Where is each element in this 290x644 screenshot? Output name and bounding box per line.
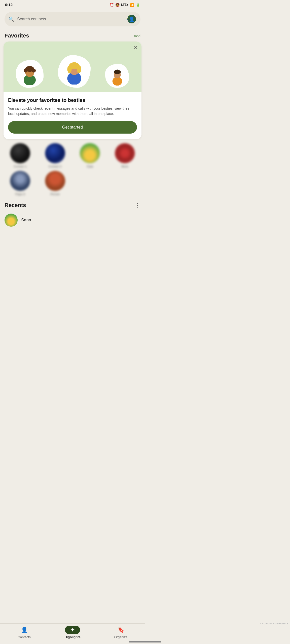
- contact-item-6[interactable]: Person: [39, 171, 72, 196]
- recents-header: Recents ⋮: [0, 198, 145, 211]
- avatar-icon: 👤: [129, 16, 134, 22]
- contact-avatar-6: [45, 171, 65, 191]
- mute-icon: 🔕: [115, 3, 120, 7]
- contact-name-1: Contact 1: [14, 165, 27, 168]
- search-placeholder: Search contacts: [17, 17, 124, 21]
- avatar-blob-3: [105, 64, 129, 88]
- lte-label: LTE+: [121, 3, 128, 7]
- svg-point-14: [115, 69, 120, 73]
- status-bar: 6:12 ⏰ 🔕 LTE+ 📶 🔋: [0, 0, 145, 9]
- blob-3: [105, 64, 129, 88]
- svg-point-4: [32, 68, 36, 72]
- blob-2: [58, 55, 91, 88]
- contact-name-2: Contact 2: [49, 165, 61, 168]
- search-icon: 🔍: [9, 16, 14, 22]
- more-options-icon[interactable]: ⋮: [135, 202, 140, 209]
- recent-avatar-1: [5, 214, 18, 227]
- besties-desc: You can quickly check recent messages an…: [8, 106, 137, 116]
- contact-avatar-2: [45, 143, 65, 163]
- search-container: 🔍 Search contacts 👤: [0, 9, 145, 29]
- person-2-svg: [61, 58, 87, 85]
- contact-avatar-5: [10, 171, 30, 191]
- besties-content: Elevate your favorites to besties You ca…: [4, 92, 141, 139]
- battery-icon: 🔋: [136, 3, 140, 7]
- contact-item-2[interactable]: Contact 2: [39, 143, 72, 168]
- profile-avatar[interactable]: 👤: [127, 14, 136, 24]
- recent-preview-item[interactable]: Sana: [0, 211, 145, 229]
- contact-avatar-3: [80, 143, 100, 163]
- status-icons: ⏰ 🔕 LTE+ 📶 🔋: [110, 3, 140, 7]
- signal-icon: 📶: [130, 3, 134, 7]
- contact-name-3: Gaia: [87, 165, 93, 168]
- contact-item-4[interactable]: More: [108, 143, 142, 168]
- person-1-svg: [19, 63, 41, 85]
- contact-avatar-4: [115, 143, 135, 163]
- status-time: 6:12: [5, 3, 13, 7]
- recent-name-1: Sana: [21, 218, 31, 223]
- recents-title: Recents: [5, 202, 26, 209]
- avatar-blob-2: [58, 55, 91, 88]
- svg-point-5: [28, 66, 32, 70]
- get-started-button[interactable]: Get started: [8, 121, 137, 134]
- contacts-grid: Contact 1 Contact 2 Gaia More Papa S Per…: [0, 139, 145, 198]
- besties-card: ✕: [4, 42, 141, 139]
- avatar-blob-1: [16, 60, 44, 88]
- contact-name-5: Papa S: [15, 192, 25, 196]
- alarm-icon: ⏰: [110, 3, 114, 7]
- svg-point-10: [77, 65, 81, 73]
- contact-name-6: Person: [50, 192, 60, 196]
- favorites-title: Favorites: [5, 32, 29, 39]
- besties-illustration: ✕: [4, 42, 141, 92]
- svg-point-3: [24, 68, 28, 72]
- add-button[interactable]: Add: [134, 34, 140, 38]
- contact-name-4: More: [121, 165, 128, 168]
- close-button[interactable]: ✕: [134, 45, 138, 51]
- person-3-svg: [108, 66, 127, 86]
- contact-item-5[interactable]: Papa S: [4, 171, 37, 196]
- search-bar[interactable]: 🔍 Search contacts 👤: [5, 12, 140, 26]
- blob-1: [16, 60, 44, 88]
- svg-point-9: [67, 65, 72, 73]
- contact-avatar-1: [10, 143, 30, 163]
- contact-item-1[interactable]: Contact 1: [4, 143, 37, 168]
- favorites-header: Favorites Add: [0, 29, 145, 42]
- besties-title: Elevate your favorites to besties: [8, 97, 137, 103]
- contact-item-3[interactable]: Gaia: [73, 143, 107, 168]
